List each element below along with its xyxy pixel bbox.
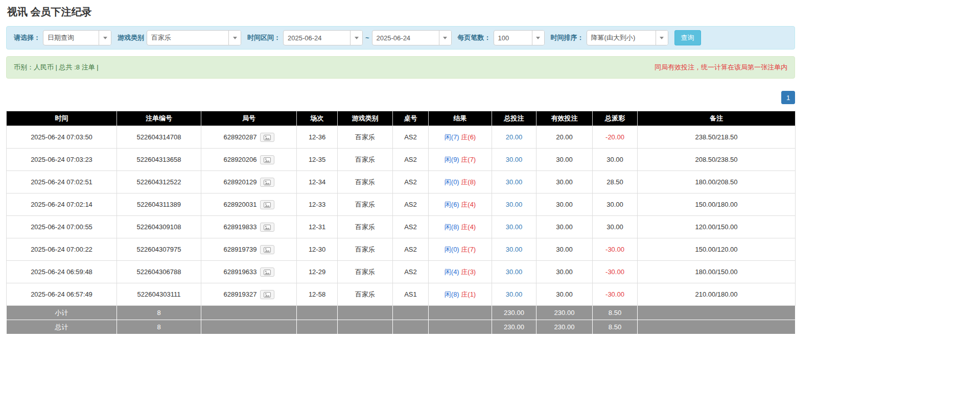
pagination: 1 [6, 91, 795, 104]
select-caret-segment [350, 31, 362, 45]
sort-value: 降冪(由大到小) [587, 31, 656, 45]
round-detail-button[interactable] [260, 133, 274, 142]
table-no-cell: AS2 [393, 193, 429, 216]
round-detail-button[interactable] [260, 223, 274, 232]
session-cell: 12-34 [297, 171, 338, 193]
player-result: 闲(0) [445, 178, 459, 186]
chevron-down-icon [355, 37, 359, 39]
round-detail-button[interactable] [260, 155, 274, 164]
payout-cell: -20.00 [593, 126, 638, 149]
page-size-label: 每页笔数： [458, 33, 491, 42]
round-cell: 628919327 [201, 283, 297, 306]
column-header: 场次 [297, 111, 338, 126]
total-bet-cell: 30.00 [492, 216, 536, 238]
table-row: 2025-06-24 06:57:49522604303111628919327… [7, 283, 796, 306]
player-result: 闲(7) [445, 133, 459, 141]
time-cell: 2025-06-24 07:00:55 [7, 216, 117, 238]
query-type-select[interactable]: 日期查询 [43, 30, 111, 45]
total-bet-link[interactable]: 30.00 [506, 201, 523, 208]
footer-empty-cell [297, 306, 338, 320]
player-result: 闲(9) [445, 156, 459, 163]
time-range-label: 时间区间： [247, 33, 281, 42]
game-type-cell: 百家乐 [338, 171, 393, 193]
page-button-1[interactable]: 1 [781, 91, 795, 104]
total-bet-cell: 30.00 [492, 238, 536, 261]
total-bet-link[interactable]: 30.00 [506, 246, 523, 253]
date-to-value: 2025-06-24 [372, 31, 439, 45]
round-detail-button[interactable] [260, 178, 274, 187]
total-bet-link[interactable]: 30.00 [506, 290, 523, 298]
subtotal-total-bet: 230.00 [492, 306, 536, 320]
footer-empty-cell [393, 320, 429, 334]
round-detail-button[interactable] [260, 268, 274, 277]
photo-icon [264, 225, 271, 230]
footer-empty-cell [201, 320, 297, 334]
remark-cell: 150.00/180.00 [638, 193, 796, 216]
remark-cell: 208.50/238.50 [638, 149, 796, 171]
sort-select[interactable]: 降冪(由大到小) [587, 30, 668, 45]
date-to-picker[interactable]: 2025-06-24 [372, 30, 452, 45]
search-button[interactable]: 查询 [674, 30, 701, 45]
game-type-value: 百家乐 [147, 31, 228, 45]
total-bet-link[interactable]: 30.00 [506, 156, 523, 163]
total-bet-link[interactable]: 30.00 [506, 223, 523, 231]
time-cell: 2025-06-24 07:00:22 [7, 238, 117, 261]
total-bet-cell: 30.00 [492, 283, 536, 306]
select-caret-segment [99, 31, 111, 45]
table-row: 2025-06-24 07:03:23522604313658628920206… [7, 149, 796, 171]
column-header: 总投注 [492, 111, 536, 126]
round-detail-button[interactable] [260, 290, 274, 299]
table-no-cell: AS1 [393, 283, 429, 306]
table-header-row: 时间注单编号局号场次游戏类别桌号结果总投注有效投注总派彩备注 [7, 111, 796, 126]
total-bet-cell: 20.00 [492, 126, 536, 149]
result-cell: 闲(8) 庄(4) [429, 216, 492, 238]
footer-empty-cell [429, 306, 492, 320]
column-header: 局号 [201, 111, 297, 126]
result-cell: 闲(7) 庄(6) [429, 126, 492, 149]
select-caret-segment [532, 31, 544, 45]
date-from-picker[interactable]: 2025-06-24 [283, 30, 363, 45]
chevron-down-icon [660, 37, 664, 39]
subtotal-label: 小计 [7, 306, 117, 320]
table-no-cell: AS2 [393, 171, 429, 193]
payout-cell: 30.00 [593, 149, 638, 171]
footer-empty-cell [201, 306, 297, 320]
total-bet-link[interactable]: 30.00 [506, 178, 523, 186]
bet-id-cell: 522604314708 [117, 126, 201, 149]
time-cell: 2025-06-24 07:03:23 [7, 149, 117, 171]
round-detail-button[interactable] [260, 245, 274, 254]
result-cell: 闲(9) 庄(7) [429, 149, 492, 171]
player-result: 闲(4) [445, 268, 459, 276]
footer-empty-cell [338, 320, 393, 334]
page-size-select[interactable]: 100 [494, 30, 545, 45]
bet-id-cell: 522604312522 [117, 171, 201, 193]
total-bet-link[interactable]: 30.00 [506, 268, 523, 276]
subtotal-payout: 8.50 [593, 306, 638, 320]
select-caret-segment [439, 31, 451, 45]
game-type-group: 游戏类别 百家乐 [118, 30, 241, 45]
table-row: 2025-06-24 07:03:50522604314708628920287… [7, 126, 796, 149]
game-type-select[interactable]: 百家乐 [147, 30, 241, 45]
photo-icon [264, 247, 271, 253]
game-type-label: 游戏类别 [118, 33, 144, 42]
total-bet-link[interactable]: 20.00 [506, 133, 523, 141]
table-body: 2025-06-24 07:03:50522604314708628920287… [7, 126, 796, 306]
session-cell: 12-36 [297, 126, 338, 149]
payout-cell: -30.00 [593, 238, 638, 261]
total-bet-cell: 30.00 [492, 193, 536, 216]
select-caret-segment [228, 31, 241, 45]
game-type-cell: 百家乐 [338, 238, 393, 261]
column-header: 有效投注 [536, 111, 593, 126]
column-header: 备注 [638, 111, 796, 126]
table-no-cell: AS2 [393, 216, 429, 238]
main-container: 视讯 会员下注纪录 请选择： 日期查询 游戏类别 百家乐 时间区间： 2025-… [6, 0, 795, 334]
game-type-cell: 百家乐 [338, 283, 393, 306]
table-row: 2025-06-24 07:00:22522604307975628919739… [7, 238, 796, 261]
date-range-separator: ~ [365, 34, 369, 42]
round-cell: 628919633 [201, 261, 297, 283]
chevron-down-icon [233, 37, 237, 39]
table-row: 2025-06-24 07:02:51522604312522628920129… [7, 171, 796, 193]
total-label: 总计 [7, 320, 117, 334]
photo-icon [264, 180, 271, 185]
round-detail-button[interactable] [260, 200, 274, 209]
